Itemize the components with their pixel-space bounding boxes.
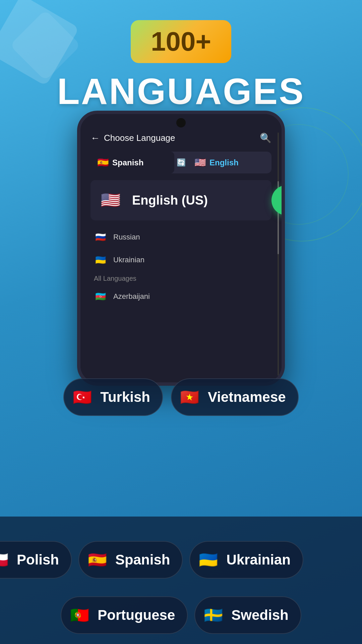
all-languages-section-header: All Languages <box>87 271 275 285</box>
phone-mockup: ← Choose Language 🔍 🇪🇸 Spanish 🔄 🇺🇸 Engl… <box>77 111 285 386</box>
polish-pill[interactable]: 🇵🇱 Polish <box>0 541 72 579</box>
portuguese-flag-icon: 🇵🇹 <box>67 603 92 627</box>
target-language-tab[interactable]: 🇺🇸 English <box>188 152 272 173</box>
source-language-tab[interactable]: 🇪🇸 Spanish <box>90 152 174 173</box>
ukrainian-language-label: Ukrainian <box>113 256 144 264</box>
swedish-label: Swedish <box>231 607 288 623</box>
back-arrow-icon: ← <box>90 133 100 144</box>
ukrainian-bottom-label: Ukrainian <box>226 552 290 568</box>
header-section: 100+ LANGUAGES <box>0 0 362 112</box>
spanish-flag-icon: 🇪🇸 <box>97 157 109 168</box>
selected-language-name: English (US) <box>132 193 208 208</box>
swap-languages-icon[interactable]: 🔄 <box>174 156 188 169</box>
azerbaijani-language-item[interactable]: 🇦🇿 Azerbaijani <box>87 285 275 308</box>
phone-scrollbar[interactable] <box>278 132 279 376</box>
russian-language-label: Russian <box>113 233 140 241</box>
turkish-flag-icon: 🇹🇷 <box>70 385 94 409</box>
vietnamese-flag-icon: 🇻🇳 <box>178 385 202 409</box>
portuguese-pill[interactable]: 🇵🇹 Portuguese <box>61 596 188 634</box>
language-pills-row-1: 🇹🇷 Turkish 🇻🇳 Vietnamese <box>0 378 362 416</box>
phone-screen: ← Choose Language 🔍 🇪🇸 Spanish 🔄 🇺🇸 Engl… <box>80 114 282 382</box>
check-badge: ✓ <box>272 185 285 215</box>
language-pills-row-2: 🇵🇱 Polish 🇪🇸 Spanish 🇺🇦 Ukrainian <box>0 541 362 579</box>
polish-label: Polish <box>17 552 59 568</box>
ukrainian-pill[interactable]: 🇺🇦 Ukrainian <box>189 541 303 579</box>
azerbaijani-language-label: Azerbaijani <box>113 292 150 301</box>
polish-flag-icon: 🇵🇱 <box>0 548 11 572</box>
azerbaijani-flag-icon: 🇦🇿 <box>94 290 107 303</box>
back-button[interactable]: ← Choose Language <box>90 133 175 144</box>
language-pills-row-3: 🇵🇹 Portuguese 🇸🇪 Swedish <box>0 596 362 634</box>
vietnamese-pill[interactable]: 🇻🇳 Vietnamese <box>171 378 299 416</box>
turkish-pill[interactable]: 🇹🇷 Turkish <box>63 378 163 416</box>
selected-language-row[interactable]: 🇺🇸 English (US) ✓ <box>87 180 275 220</box>
count-badge-text: 100+ <box>151 26 211 56</box>
turkish-label: Turkish <box>100 389 150 405</box>
spanish-pill[interactable]: 🇪🇸 Spanish <box>78 541 183 579</box>
source-language-label: Spanish <box>112 158 143 167</box>
phone-notch <box>176 118 186 127</box>
spanish-flag-icon: 🇪🇸 <box>85 548 109 572</box>
search-icon[interactable]: 🔍 <box>260 132 272 144</box>
swedish-flag-icon: 🇸🇪 <box>201 603 225 627</box>
russian-language-item[interactable]: 🇷🇺 Russian <box>87 226 275 249</box>
english-flag-icon: 🇺🇸 <box>194 157 206 168</box>
portuguese-label: Portuguese <box>98 607 175 623</box>
ukrainian-flag-icon: 🇺🇦 <box>94 253 107 267</box>
vietnamese-label: Vietnamese <box>208 389 286 405</box>
spanish-label: Spanish <box>115 552 170 568</box>
count-badge: 100+ <box>131 20 231 63</box>
us-flag-large: 🇺🇸 <box>97 187 124 214</box>
phone-header: ← Choose Language 🔍 <box>87 132 275 144</box>
ukrainian-flag-bottom-icon: 🇺🇦 <box>196 548 220 572</box>
target-language-label: English <box>209 158 239 167</box>
check-icon: ✓ <box>281 192 285 209</box>
languages-title: LANGUAGES <box>0 70 362 112</box>
phone-frame: ← Choose Language 🔍 🇪🇸 Spanish 🔄 🇺🇸 Engl… <box>77 111 285 386</box>
swedish-pill[interactable]: 🇸🇪 Swedish <box>194 596 301 634</box>
russian-flag-icon: 🇷🇺 <box>94 230 107 244</box>
screen-title: Choose Language <box>104 133 175 143</box>
ukrainian-language-item[interactable]: 🇺🇦 Ukrainian <box>87 249 275 271</box>
language-tabs: 🇪🇸 Spanish 🔄 🇺🇸 English <box>90 152 272 173</box>
